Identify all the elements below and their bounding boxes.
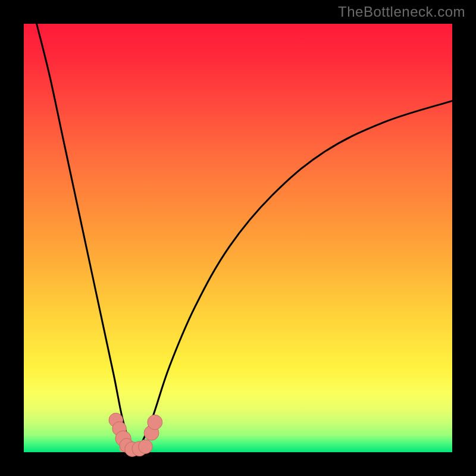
data-marker <box>139 440 153 454</box>
plot-area <box>24 24 452 452</box>
frame: TheBottleneck.com <box>0 0 476 476</box>
watermark-text: TheBottleneck.com <box>338 4 465 20</box>
curve-left-branch <box>37 24 131 448</box>
marker-group <box>109 413 162 456</box>
chart-svg <box>24 24 452 452</box>
curve-right-branch <box>139 101 452 448</box>
data-marker <box>148 415 162 430</box>
